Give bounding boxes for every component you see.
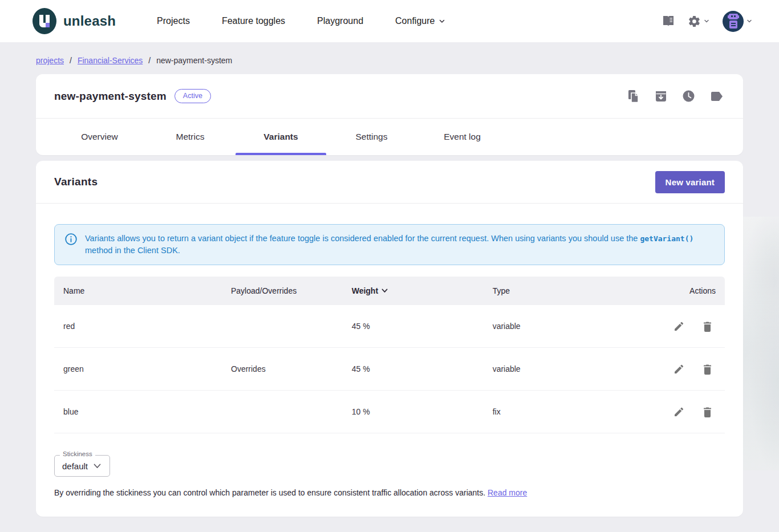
variant-payload: Overrides xyxy=(222,364,343,373)
breadcrumb-link-projects[interactable]: projects xyxy=(36,56,64,65)
app-header: unleash Projects Feature toggles Playgro… xyxy=(0,0,779,42)
archive-feature-button[interactable] xyxy=(654,89,668,104)
variant-name: green xyxy=(54,364,222,373)
archive-icon xyxy=(655,90,667,103)
info-icon xyxy=(65,233,77,257)
variant-name: blue xyxy=(54,407,222,416)
table-row: green Overrides 45 % variable xyxy=(54,348,725,391)
tag-icon xyxy=(710,91,724,101)
delete-variant-button[interactable] xyxy=(701,363,713,376)
feature-title: new-payment-system xyxy=(54,90,167,103)
pencil-icon xyxy=(673,407,684,417)
documentation-button[interactable] xyxy=(659,13,677,30)
feature-title-row: new-payment-system Active xyxy=(36,74,743,119)
breadcrumb-link-project[interactable]: Financial-Services xyxy=(78,56,143,65)
trash-icon xyxy=(703,321,712,332)
variant-type: fix xyxy=(484,407,631,416)
avatar xyxy=(723,11,744,32)
breadcrumb-separator: / xyxy=(70,56,72,65)
book-icon xyxy=(662,15,675,27)
nav-item-configure[interactable]: Configure xyxy=(395,16,445,26)
table-row: red 45 % variable xyxy=(54,305,725,348)
trash-icon xyxy=(703,407,712,417)
settings-button[interactable] xyxy=(685,13,712,30)
variants-table: Name Payload/Overrides Weight Type Actio… xyxy=(54,277,725,433)
main-nav: Projects Feature toggles Playground Conf… xyxy=(157,16,445,26)
column-header-weight: Weight xyxy=(343,286,484,295)
column-header-payload: Payload/Overrides xyxy=(222,286,343,295)
stickiness-value: default xyxy=(62,461,88,471)
stickiness-select[interactable]: default xyxy=(54,455,110,477)
column-header-name: Name xyxy=(54,286,222,295)
clock-icon xyxy=(682,90,695,103)
table-row: blue 10 % fix xyxy=(54,391,725,433)
feature-header-card: new-payment-system Active xyxy=(36,74,743,155)
pencil-icon xyxy=(673,364,684,375)
stickiness-description: By overriding the stickiness you can con… xyxy=(54,488,725,497)
history-button[interactable] xyxy=(681,88,696,104)
edit-variant-button[interactable] xyxy=(672,405,685,419)
column-header-actions: Actions xyxy=(631,286,725,295)
copy-icon xyxy=(627,90,640,103)
feature-actions xyxy=(626,88,725,104)
chevron-down-icon xyxy=(439,18,445,25)
breadcrumb-current: new-payment-system xyxy=(156,56,232,65)
info-alert: Variants allows you to return a variant … xyxy=(54,224,725,265)
variant-type: variable xyxy=(484,364,631,373)
sort-chevron-down-icon xyxy=(382,289,388,293)
chevron-down-icon xyxy=(703,18,710,25)
edit-variant-button[interactable] xyxy=(672,363,685,376)
chevron-down-icon xyxy=(94,464,101,469)
variants-card: Variants New variant Variants allows you… xyxy=(36,161,743,517)
new-variant-button[interactable]: New variant xyxy=(655,171,725,193)
variant-type: variable xyxy=(484,322,631,331)
tab-overview[interactable]: Overview xyxy=(54,119,145,155)
row-actions xyxy=(640,405,716,419)
row-actions xyxy=(640,320,716,333)
variant-weight: 45 % xyxy=(343,364,484,373)
column-header-type: Type xyxy=(484,286,631,295)
gear-icon xyxy=(688,15,701,28)
tag-button[interactable] xyxy=(709,90,725,103)
chevron-down-icon xyxy=(746,18,753,25)
unleash-logo-icon xyxy=(33,8,56,34)
brand-name: unleash xyxy=(63,13,116,29)
tab-event-log[interactable]: Event log xyxy=(417,119,508,155)
info-alert-text: Variants allows you to return a variant … xyxy=(85,233,714,257)
stickiness-label: Stickiness xyxy=(60,450,95,457)
code-snippet: getVariant() xyxy=(640,234,693,243)
nav-item-feature-toggles[interactable]: Feature toggles xyxy=(222,16,285,26)
read-more-link[interactable]: Read more xyxy=(488,488,527,497)
unleash-logo[interactable]: unleash xyxy=(33,8,116,34)
sort-by-weight[interactable]: Weight xyxy=(352,286,388,295)
breadcrumb-separator: / xyxy=(148,56,151,65)
trash-icon xyxy=(703,364,712,375)
tab-settings[interactable]: Settings xyxy=(326,119,417,155)
variant-weight: 45 % xyxy=(343,322,484,331)
breadcrumb: projects / Financial-Services / new-paym… xyxy=(0,42,779,74)
variant-name: red xyxy=(54,322,222,331)
stickiness-field: Stickiness default xyxy=(54,455,110,477)
header-right xyxy=(659,9,755,34)
delete-variant-button[interactable] xyxy=(701,320,713,333)
nav-item-projects[interactable]: Projects xyxy=(157,16,190,26)
feature-tabs: Overview Metrics Variants Settings Event… xyxy=(36,119,743,155)
tab-metrics[interactable]: Metrics xyxy=(145,119,236,155)
pencil-icon xyxy=(673,321,684,332)
background-texture xyxy=(741,217,779,470)
profile-button[interactable] xyxy=(720,9,755,34)
table-header-row: Name Payload/Overrides Weight Type Actio… xyxy=(54,277,725,305)
delete-variant-button[interactable] xyxy=(701,405,713,419)
section-title: Variants xyxy=(54,176,98,188)
variants-body: Variants allows you to return a variant … xyxy=(36,204,743,517)
variant-weight: 10 % xyxy=(343,407,484,416)
tab-variants[interactable]: Variants xyxy=(236,119,326,155)
status-badge: Active xyxy=(175,89,211,103)
variants-header: Variants New variant xyxy=(36,161,743,204)
edit-variant-button[interactable] xyxy=(672,320,685,333)
row-actions xyxy=(640,363,716,376)
nav-item-playground[interactable]: Playground xyxy=(317,16,363,26)
copy-feature-button[interactable] xyxy=(626,88,641,104)
